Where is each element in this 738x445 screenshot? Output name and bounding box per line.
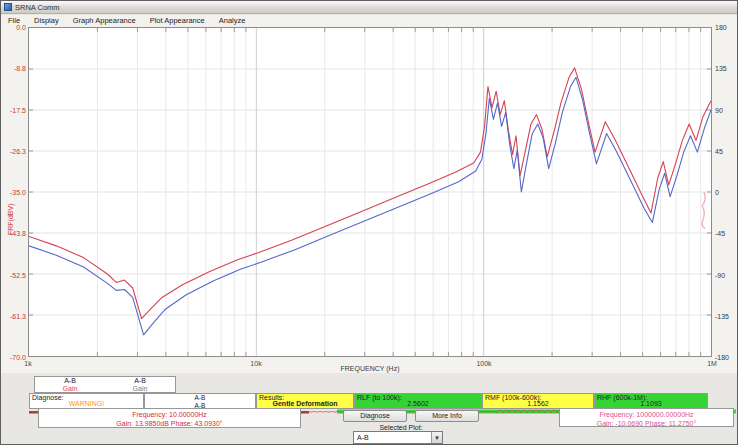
y-left-tick: 0.0 xyxy=(2,24,26,31)
legend-entry: A-BGain xyxy=(105,377,175,392)
menu-item-analyze[interactable]: Analyze xyxy=(212,16,253,25)
legend-entry: A-BGain xyxy=(35,377,105,392)
cursor-readout-right: Frequency: 1000000.00000Hz Gain: -10.069… xyxy=(559,408,734,427)
y-right-tick: 90 xyxy=(715,107,738,114)
y-left-tick: -70.0 xyxy=(2,354,26,361)
title-bar[interactable]: SRNA Comm xyxy=(1,1,737,14)
cursor-left-frequency: Frequency: 10.00000Hz xyxy=(39,410,300,419)
compared-plot-1: A-B xyxy=(145,394,255,402)
frf-chart-svg xyxy=(29,28,711,356)
y-left-tick: -35.0 xyxy=(2,189,26,196)
selected-plot-value: A-B xyxy=(354,434,431,441)
cursor-left-gain-phase: Gain: 13.9850dB Phase: 43.0930° xyxy=(39,419,300,428)
x-tick: 1k xyxy=(24,360,31,367)
y-right-tick: 45 xyxy=(715,148,738,155)
y-right-tick: -45 xyxy=(715,230,738,237)
y-right-tick: 0 xyxy=(715,189,738,196)
y-right-tick: -90 xyxy=(715,272,738,279)
menu-bar: FileDisplayGraph AppearancePlot Appearan… xyxy=(1,15,737,25)
y-right-tick: -135 xyxy=(715,313,738,320)
window-title: SRNA Comm xyxy=(15,3,60,12)
x-axis-label: FREQUENCY (Hz) xyxy=(341,365,400,372)
x-tick: 100k xyxy=(476,360,491,367)
cursor-right-gain-phase: Gain: -10.0690 Phase: 11.2750° xyxy=(560,419,733,428)
app-window: SRNA Comm FileDisplayGraph AppearancePlo… xyxy=(0,0,738,445)
legend-box: A-BGainA-BGain xyxy=(34,376,176,393)
legend-series-label: Gain xyxy=(105,385,175,393)
diagnose-button[interactable]: Diagnose xyxy=(343,410,407,422)
app-icon xyxy=(4,3,12,11)
legend-plot-name: A-B xyxy=(105,377,175,385)
y-left-tick: -17.5 xyxy=(2,107,26,114)
frf-plot-area[interactable] xyxy=(28,27,712,357)
frf-trace xyxy=(29,68,711,319)
chevron-down-icon[interactable]: ▼ xyxy=(431,432,442,443)
y-right-tick: -180 xyxy=(715,354,738,361)
menu-item-display[interactable]: Display xyxy=(27,16,66,25)
y-left-tick: -52.5 xyxy=(2,272,26,279)
x-tick: 1M xyxy=(707,360,717,367)
frf-trace xyxy=(29,77,711,335)
cursor-marker xyxy=(702,192,705,229)
x-tick: 10k xyxy=(250,360,261,367)
selected-plot-label: Selected Plot: xyxy=(379,424,422,431)
legend-plot-name: A-B xyxy=(35,377,105,385)
y-right-tick: 180 xyxy=(715,24,738,31)
legend-series-label: Gain xyxy=(35,385,105,393)
y-left-tick: -8.8 xyxy=(2,65,26,72)
menu-item-graph-appearance[interactable]: Graph Appearance xyxy=(66,16,143,25)
y-right-tick: 135 xyxy=(715,65,738,72)
y-left-tick: -26.3 xyxy=(2,148,26,155)
selected-plot-dropdown[interactable]: A-B ▼ xyxy=(353,431,443,444)
more-info-button[interactable]: More Info xyxy=(415,410,479,422)
y-left-tick: -43.8 xyxy=(2,230,26,237)
menu-item-plot-appearance[interactable]: Plot Appearance xyxy=(143,16,212,25)
cursor-right-frequency: Frequency: 1000000.00000Hz xyxy=(560,410,733,419)
y-left-tick: -61.3 xyxy=(2,313,26,320)
cursor-readout-left: Frequency: 10.00000Hz Gain: 13.9850dB Ph… xyxy=(38,408,301,428)
